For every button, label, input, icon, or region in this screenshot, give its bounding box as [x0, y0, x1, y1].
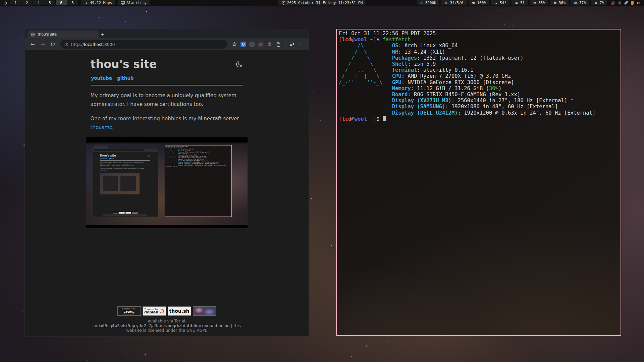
star [404, 25, 404, 25]
star [263, 361, 263, 361]
battery-icon[interactable] [630, 1, 634, 5]
star [320, 120, 321, 121]
clock-text: 2025 October 31 Friday 11:23:51 PM [287, 1, 363, 5]
star [53, 355, 53, 355]
vlc-icon[interactable]: Vc [637, 1, 641, 5]
star [20, 266, 21, 266]
star [18, 40, 18, 40]
fan-icon: ◉ [515, 1, 519, 5]
browser-tab[interactable]: thou's site [28, 31, 99, 38]
star [210, 7, 211, 7]
star [125, 354, 125, 355]
reading-list-icon[interactable] [289, 42, 295, 47]
star [36, 338, 36, 338]
star [638, 127, 638, 128]
star [387, 341, 388, 342]
star [330, 330, 330, 330]
power-icon [3, 1, 7, 5]
star [607, 25, 608, 25]
reload-button[interactable] [48, 40, 57, 49]
alacritty-terminal-window[interactable]: Fri Oct 31 11:22:56 PM PDT 2025[lcd@wool… [336, 29, 621, 336]
workspace-button-5[interactable]: 5 [44, 0, 56, 5]
star [504, 24, 505, 25]
address-bar[interactable]: http://localhost:8000 [60, 40, 227, 49]
space-image-badge[interactable] [193, 306, 216, 316]
status-block-weather: ☁54° [491, 0, 509, 5]
screenshot-terminal-window: Fri Oct 31 11:22:56 PM PDT 2025[lcd@wool… [165, 145, 232, 217]
debian-swirl-icon [159, 308, 165, 314]
star [16, 203, 16, 203]
status-value: 3200K [425, 1, 436, 5]
browser-menu-icon[interactable]: ⋮ [298, 42, 304, 47]
star [351, 356, 352, 357]
bitwarden-extension-icon[interactable]: U [240, 42, 246, 47]
workspace-button-2[interactable]: 2 [21, 0, 33, 5]
workspace-button-6[interactable]: 6 [56, 0, 67, 5]
terminal-line: / \ Shell: zsh 5.9 [339, 61, 619, 67]
star [347, 341, 347, 342]
star [22, 70, 22, 70]
browser-toolbar: ← → http://localhost:8000 U uB [25, 38, 309, 50]
star [145, 354, 146, 355]
workspace-button-1[interactable]: 1 [10, 0, 21, 5]
url-text: http://localhost:8000 [71, 42, 115, 47]
back-button[interactable]: ← [28, 40, 37, 49]
terminal-line: / \ WM: i3 4.24 (X11) [339, 49, 619, 55]
screenshot-image: thou's site youtube github My primary go… [86, 137, 248, 228]
star [322, 323, 322, 323]
terminal-line: Memory: 11.12 GiB / 31.26 GiB (36%) [339, 85, 619, 92]
star [316, 70, 317, 70]
star [22, 310, 22, 311]
steam-icon[interactable] [611, 1, 615, 5]
status-block-gpu: ▨37% [571, 0, 589, 5]
dark-mode-toggle[interactable] [235, 60, 243, 68]
star [312, 91, 313, 92]
power-button[interactable] [0, 0, 10, 5]
webpage-content: thou's site youtube github My primary go… [25, 50, 309, 336]
terminal-line: Display (XV271U M3): 2560x1440 in 27", 1… [339, 98, 619, 104]
screenshot-browser-window: thou's site youtube github My primary go… [92, 145, 158, 217]
status-value: 7% [600, 1, 604, 5]
aws-badge[interactable]: POWERED BY aws [117, 306, 141, 316]
extension-skull-icon[interactable] [249, 42, 255, 47]
site-info-icon[interactable] [64, 42, 68, 46]
status-block-cpu: ⚙7% [591, 0, 607, 5]
clock-block: 2025 October 31 Friday 11:23:51 PM [278, 0, 366, 5]
extension-mask-icon[interactable] [258, 42, 264, 47]
ublock-extension-icon[interactable]: uB [267, 42, 272, 47]
obs-icon[interactable] [618, 1, 622, 5]
status-value: 36% [559, 1, 566, 5]
status-blocks: ☼3200K⊕34/5/0100%☁54°◉51▤85%▦36%▨37%⚙7% [417, 0, 607, 5]
star [641, 348, 641, 349]
youtube-link[interactable]: youtube [91, 75, 112, 81]
workspace-button-3[interactable]: 3 [67, 0, 78, 5]
network-icon: ⊕ [444, 1, 448, 5]
debian-badge[interactable]: Powered bydebian [143, 306, 166, 316]
status-block-memory: ▦36% [550, 0, 569, 5]
screenshot-nav-link: youtube [100, 158, 107, 160]
onion-address-link[interactable]: zmkiit5sg4p3sihk5ajcyfkr2z7ja3amtvoqqrkz… [93, 323, 230, 328]
thoush-badge[interactable]: thou.sh [168, 306, 191, 316]
star [361, 8, 362, 8]
new-tab-button[interactable]: + [99, 31, 107, 38]
forward-button[interactable]: → [38, 40, 47, 49]
star [2, 250, 3, 250]
thousmc-link[interactable]: thousmc [91, 124, 112, 130]
screenshot-tabstrip [93, 145, 158, 148]
status-value: 85% [538, 1, 545, 5]
focused-window-block: Alacritty [118, 0, 150, 5]
page-column: thou's site youtube github My primary go… [91, 58, 243, 336]
feather-icon[interactable] [624, 1, 628, 5]
extensions-jar-icon[interactable] [275, 42, 281, 47]
github-link[interactable]: github [117, 75, 134, 81]
tab-strip: thou's site + [25, 29, 309, 38]
bookmark-star-icon[interactable] [232, 42, 237, 47]
star [420, 18, 421, 18]
star [311, 198, 312, 199]
star [313, 247, 314, 247]
workspace-button-4[interactable]: 4 [33, 0, 44, 5]
status-block-fan: ◉51 [512, 0, 528, 5]
star [619, 353, 620, 353]
star [638, 210, 638, 210]
star [185, 361, 186, 361]
